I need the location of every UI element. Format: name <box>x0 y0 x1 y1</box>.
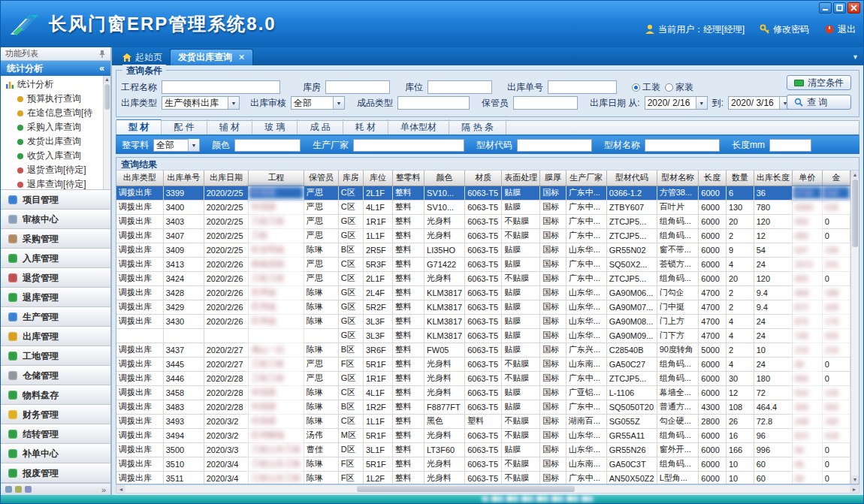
material-tab[interactable]: 单体型材 <box>388 119 449 134</box>
tree-root-statistics[interactable]: 统计分析 <box>5 77 103 92</box>
table-row[interactable]: 调拨出库34242020/2/26工程工程严思C区2L1F整料光身料6063-T… <box>116 271 850 285</box>
material-tab[interactable]: 隔 热 条 <box>449 119 506 134</box>
pin-icon[interactable] <box>98 50 106 58</box>
profile-name-input[interactable] <box>645 139 720 152</box>
sidebar-accordion-item[interactable]: 审核中心 <box>1 210 110 229</box>
material-tab[interactable]: 辅 材 <box>207 119 252 134</box>
tree-scrollbar[interactable]: ▲ <box>103 76 110 189</box>
whole-piece-select[interactable]: 全部 ▼ <box>153 139 200 152</box>
column-header[interactable]: 数量 <box>726 171 754 186</box>
column-header[interactable]: 单价 <box>792 171 822 186</box>
table-row[interactable]: 调拨出库34832020/2/28华润源陈琳B区1R2F整料F8877FT606… <box>116 400 850 414</box>
maximize-button[interactable] <box>833 2 846 14</box>
table-row[interactable]: 调拨出库35112020/3/4工程公共工程陈琳F区1L2F整料光身料6063-… <box>116 471 850 484</box>
scrollbar-thumb[interactable] <box>852 180 858 247</box>
scrollbar-thumb[interactable] <box>357 486 574 492</box>
table-row[interactable]: 调拨出库34292020/2/26石湾城陈琳G区5R2F整料KLM3817606… <box>116 300 850 314</box>
table-row[interactable]: 调拨出库34092020/2/25长安同城陈琳B区2R5F整料LI35HO606… <box>116 243 850 257</box>
column-header[interactable]: 库房 <box>338 171 363 186</box>
tab-shipping-outbound-query[interactable]: 发货出库查询 ✕ <box>170 49 253 65</box>
table-row[interactable]: 调拨出库34932020/3/2华润源陈琳C区1L1F整料黑色塑料不贴膜国标湖南… <box>116 414 850 428</box>
column-header[interactable]: 出库日期 <box>204 171 249 186</box>
tab-list-dropdown-icon[interactable]: ▼ <box>852 53 859 61</box>
column-header[interactable]: 工程 <box>249 171 304 186</box>
table-row[interactable]: 调拨出库34072020/2/25工程严思G区1L1F整料光身料6063-T5不… <box>116 228 850 243</box>
scroll-up-icon[interactable]: ▲ <box>851 171 859 179</box>
sidebar-section-statistics[interactable]: 统计分析 « <box>1 61 110 76</box>
column-header[interactable]: 保管员 <box>304 171 338 186</box>
sidebar-accordion-item[interactable]: 出库管理 <box>1 327 110 346</box>
minimize-button[interactable] <box>819 2 832 14</box>
table-row[interactable]: 调拨出库35002020/3/3工程公共工程曹佳D区3L1F整料LT3F6060… <box>116 442 850 457</box>
sidebar-tree-item[interactable]: 收货入库查询 <box>5 149 103 163</box>
column-header[interactable]: 型材名称 <box>657 171 699 186</box>
sidebar-tree-item[interactable]: 退库查询[待定] <box>5 177 103 190</box>
keeper-input[interactable] <box>513 96 578 110</box>
column-header[interactable]: 颜色 <box>424 171 465 186</box>
close-tab-icon[interactable]: ✕ <box>238 53 245 62</box>
scroll-left-icon[interactable]: ◄ <box>116 485 125 493</box>
material-tab[interactable]: 耗 材 <box>343 119 388 134</box>
column-header[interactable]: 型材代码 <box>606 171 657 186</box>
sidebar-accordion-item[interactable]: 补单中心 <box>1 444 110 463</box>
sidebar-accordion-item[interactable]: 项目管理 <box>1 190 110 210</box>
radio-gongzhuang[interactable]: 工装 <box>632 81 660 94</box>
order-no-input[interactable] <box>548 80 617 94</box>
material-tab[interactable]: 配 件 <box>162 119 207 134</box>
clear-conditions-button[interactable]: 清空条件 <box>787 75 851 90</box>
sidebar-tree-item[interactable]: 采购入库查询 <box>5 120 103 134</box>
results-vertical-scrollbar[interactable]: ▲ ▼ <box>850 171 859 484</box>
column-header[interactable]: 库位 <box>363 171 392 186</box>
disk-icon[interactable] <box>25 486 32 493</box>
color-input[interactable] <box>234 139 301 152</box>
column-header[interactable]: 膜厚 <box>540 171 566 186</box>
folder-icon[interactable] <box>5 486 12 493</box>
change-password-button[interactable]: 修改密码 <box>760 23 809 36</box>
table-row[interactable]: 调拨出库34582020/2/28华润源陈琳C区4L1F整料光身料6063-T5… <box>116 385 850 400</box>
location-input[interactable] <box>427 80 492 94</box>
column-header[interactable]: 出库单号 <box>163 171 204 186</box>
sidebar-tree-item[interactable]: 在途信息查询[待 <box>5 106 103 120</box>
out-type-select[interactable]: 生产领料出库 ▼ <box>162 96 240 110</box>
column-header[interactable]: 金 <box>822 171 850 186</box>
column-header[interactable]: 出库类型 <box>116 171 163 186</box>
sidebar-accordion-item[interactable]: 采购管理 <box>1 229 110 249</box>
column-header[interactable]: 长度 <box>699 171 727 186</box>
sidebar-accordion-item[interactable]: 财务管理 <box>1 405 110 424</box>
tab-home[interactable]: 起始页 <box>115 49 170 65</box>
sidebar-accordion-item[interactable]: 结转管理 <box>1 424 110 444</box>
product-type-input[interactable] <box>397 96 470 110</box>
column-header[interactable]: 整零料 <box>392 171 424 186</box>
table-row[interactable]: 调拨出库34942020/3/2石湾辉城汤伟M区5R1F整料光身料6063-T5… <box>116 428 850 442</box>
column-header[interactable]: 表面处理 <box>502 171 540 186</box>
table-row[interactable]: 调拨出库34002020/2/25华润源严思C区4L1F整料SV10...606… <box>116 200 850 214</box>
table-row[interactable]: 调拨出库33992020/2/25华润源严思C区2L1F整料SV10...606… <box>116 186 850 200</box>
scroll-right-icon[interactable]: ► <box>850 485 859 493</box>
material-tab[interactable]: 型 材 <box>116 119 162 134</box>
close-button[interactable] <box>847 2 860 14</box>
sidebar-tree-item[interactable]: 退货查询[待定] <box>5 163 103 177</box>
sidebar-tree-item[interactable]: 预算执行查询 <box>5 92 103 106</box>
table-row[interactable]: 调拨出库34462020/2/28工程工程严思G区1R1F整料光身料6063-T… <box>116 371 850 385</box>
results-horizontal-scrollbar[interactable]: ◄ ► <box>116 484 859 493</box>
material-tab[interactable]: 成 品 <box>298 119 343 134</box>
table-row[interactable]: 调拨出库34282020/2/26石湾城陈琳G区2L4F整料KLM3817606… <box>116 285 850 300</box>
sidebar-accordion-item[interactable]: 工地管理 <box>1 346 110 366</box>
sidebar-accordion-item[interactable]: 入库管理 <box>1 249 110 268</box>
warehouse-input[interactable] <box>325 80 390 94</box>
table-row[interactable]: 调拨出库35102020/3/4工程公共工程陈琳F区5R1F整料光身料6063-… <box>116 457 850 471</box>
sidebar-accordion-item[interactable]: 仓储管理 <box>1 366 110 385</box>
date-to-picker[interactable]: 2020/ 3/16 ▼ <box>728 96 791 110</box>
table-row[interactable]: 调拨出库34452020/2/27工程工程严思F区5R1F整料光身料6063-T… <box>116 357 850 371</box>
sidebar-accordion-item[interactable]: 物料盘存 <box>1 385 110 405</box>
table-row[interactable]: 调拨出库34302020/2/26石湾城陈琳G区3L3F整料KLM3817606… <box>116 314 850 328</box>
scroll-up-icon[interactable]: ▲ <box>104 76 110 83</box>
audit-select[interactable]: 全部 ▼ <box>291 96 345 110</box>
sidebar-accordion-item[interactable]: 退货管理 <box>1 268 110 288</box>
computer-icon[interactable] <box>15 486 22 493</box>
sidebar-tree-item[interactable]: 发货出库查询 <box>5 134 103 149</box>
date-from-picker[interactable]: 2020/ 2/16 ▼ <box>645 96 708 110</box>
sidebar-accordion-item[interactable]: 退库管理 <box>1 288 110 307</box>
profile-code-input[interactable] <box>517 139 592 152</box>
table-row[interactable]: 调拨出库34132020/2/26南城花园严思C区5R3F整料G71422606… <box>116 257 850 271</box>
